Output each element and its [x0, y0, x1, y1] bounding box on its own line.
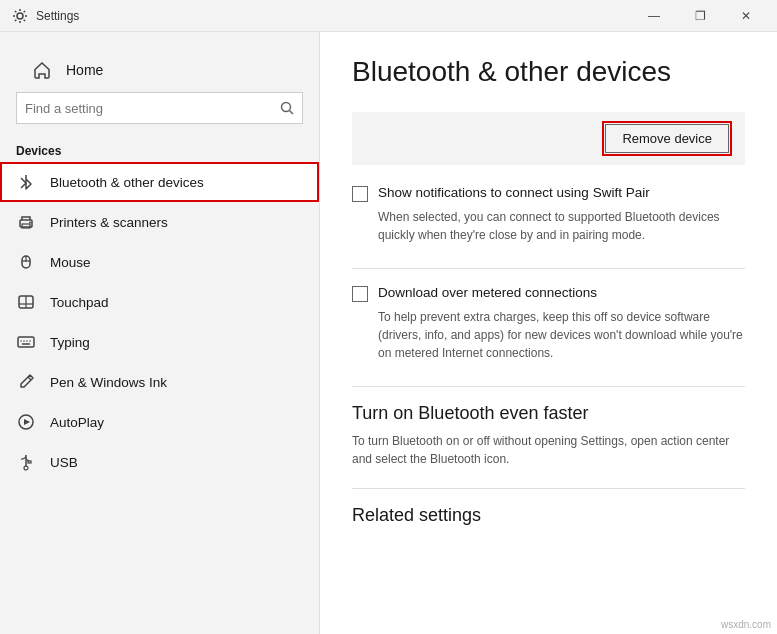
svg-marker-20	[24, 419, 30, 425]
metered-label: Download over metered connections	[378, 285, 597, 300]
devices-section-label: Devices	[0, 132, 319, 162]
sidebar-item-touchpad[interactable]: Touchpad	[0, 282, 319, 322]
settings-icon	[12, 8, 28, 24]
metered-checkbox[interactable]	[352, 286, 368, 302]
touchpad-icon	[16, 292, 36, 312]
sidebar-item-touchpad-label: Touchpad	[50, 295, 109, 310]
close-button[interactable]: ✕	[723, 0, 769, 32]
search-box[interactable]	[16, 92, 303, 124]
divider-1	[352, 268, 745, 269]
svg-point-1	[282, 103, 291, 112]
svg-point-5	[29, 222, 31, 224]
home-icon	[32, 60, 52, 80]
minimize-button[interactable]: —	[631, 0, 677, 32]
pen-icon	[16, 372, 36, 392]
sidebar-item-mouse[interactable]: Mouse	[0, 242, 319, 282]
faster-section: Turn on Bluetooth even faster To turn Bl…	[352, 403, 745, 468]
watermark: wsxdn.com	[721, 619, 771, 630]
sidebar-item-home[interactable]: Home	[16, 48, 303, 92]
title-bar: Settings — ❐ ✕	[0, 0, 777, 32]
swift-pair-description: When selected, you can connect to suppor…	[378, 208, 745, 244]
sidebar-item-mouse-label: Mouse	[50, 255, 91, 270]
sidebar-item-bluetooth-label: Bluetooth & other devices	[50, 175, 204, 190]
faster-description: To turn Bluetooth on or off without open…	[352, 432, 745, 468]
sidebar-item-pen[interactable]: Pen & Windows Ink	[0, 362, 319, 402]
printers-icon	[16, 212, 36, 232]
remove-device-bar: Remove device	[352, 112, 745, 165]
svg-point-0	[17, 13, 23, 19]
related-settings-heading: Related settings	[352, 505, 745, 526]
swift-pair-checkbox[interactable]	[352, 186, 368, 202]
sidebar-item-typing[interactable]: Typing	[0, 322, 319, 362]
faster-heading: Turn on Bluetooth even faster	[352, 403, 745, 424]
sidebar-item-usb[interactable]: USB	[0, 442, 319, 482]
title-bar-controls: — ❐ ✕	[631, 0, 769, 32]
swift-pair-row: Show notifications to connect using Swif…	[352, 185, 745, 202]
typing-icon	[16, 332, 36, 352]
svg-line-18	[28, 377, 31, 380]
sidebar-item-bluetooth[interactable]: Bluetooth & other devices	[0, 162, 319, 202]
remove-device-button[interactable]: Remove device	[605, 124, 729, 153]
content-area: Bluetooth & other devices Remove device …	[320, 32, 777, 634]
sidebar-item-autoplay[interactable]: AutoPlay	[0, 402, 319, 442]
sidebar: Home Devices	[0, 32, 320, 634]
search-input[interactable]	[25, 101, 274, 116]
maximize-button[interactable]: ❐	[677, 0, 723, 32]
swift-pair-label: Show notifications to connect using Swif…	[378, 185, 650, 200]
swift-pair-section: Show notifications to connect using Swif…	[352, 185, 745, 244]
svg-rect-12	[18, 337, 34, 347]
divider-2	[352, 386, 745, 387]
autoplay-icon	[16, 412, 36, 432]
metered-section: Download over metered connections To hel…	[352, 285, 745, 362]
bluetooth-icon	[16, 172, 36, 192]
sidebar-item-typing-label: Typing	[50, 335, 90, 350]
sidebar-item-autoplay-label: AutoPlay	[50, 415, 104, 430]
related-settings-section: Related settings	[352, 505, 745, 526]
title-bar-left: Settings	[12, 8, 79, 24]
metered-description: To help prevent extra charges, keep this…	[378, 308, 745, 362]
mouse-icon	[16, 252, 36, 272]
home-label: Home	[66, 62, 103, 78]
page-title: Bluetooth & other devices	[352, 56, 745, 88]
svg-line-2	[290, 111, 294, 115]
metered-row: Download over metered connections	[352, 285, 745, 302]
sidebar-item-printers[interactable]: Printers & scanners	[0, 202, 319, 242]
sidebar-item-printers-label: Printers & scanners	[50, 215, 168, 230]
sidebar-header: Home	[0, 32, 319, 132]
usb-icon	[16, 452, 36, 472]
app-container: Home Devices	[0, 32, 777, 634]
search-icon	[280, 101, 294, 115]
sidebar-item-pen-label: Pen & Windows Ink	[50, 375, 167, 390]
sidebar-item-usb-label: USB	[50, 455, 78, 470]
svg-rect-24	[28, 461, 31, 463]
title-bar-title: Settings	[36, 9, 79, 23]
divider-3	[352, 488, 745, 489]
